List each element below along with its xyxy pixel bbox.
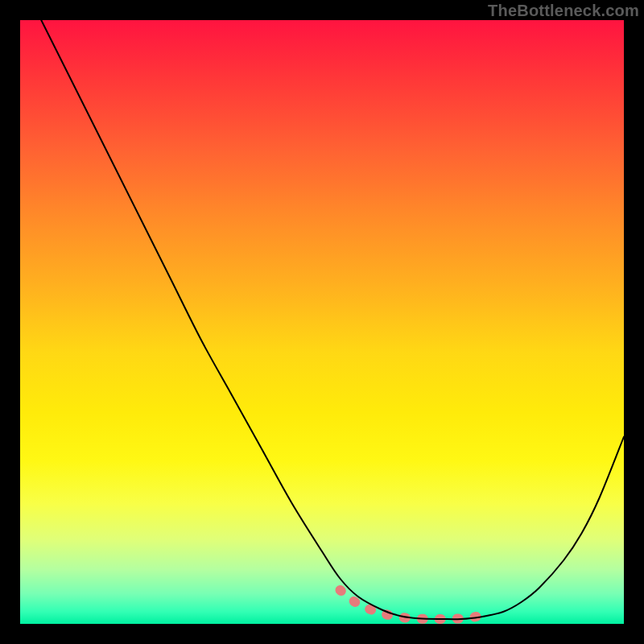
watermark-text: TheBottleneck.com [488, 2, 639, 20]
bottleneck-curve [20, 0, 624, 619]
curve-layer [20, 20, 624, 624]
chart-frame: TheBottleneck.com [0, 0, 644, 644]
plot-area [20, 20, 624, 624]
highlight-band [341, 590, 492, 619]
